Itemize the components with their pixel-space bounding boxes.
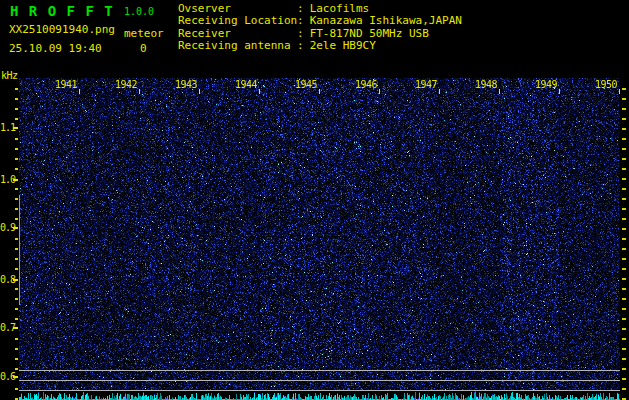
x-tick-label: 1945 — [295, 79, 317, 90]
y-minor-tick — [15, 338, 18, 340]
y-minor-tick — [15, 138, 18, 140]
y-minor-tick-right — [622, 228, 626, 230]
x-tick-mark — [259, 89, 260, 94]
y-minor-tick — [15, 218, 18, 220]
y-minor-tick-right — [622, 298, 626, 300]
info-value: FT-817ND 50MHz USB — [310, 27, 429, 40]
y-tick-label: 0.7 — [0, 322, 14, 333]
y-minor-tick — [15, 168, 18, 170]
observer-info: Ovserver:LacofilmsReceiving Location:Kan… — [178, 3, 462, 53]
x-tick-mark — [439, 89, 440, 94]
meteor-count: 0 — [140, 42, 147, 55]
y-minor-tick — [15, 258, 18, 260]
y-minor-tick-right — [622, 168, 626, 170]
y-minor-tick — [15, 388, 18, 390]
x-tick-label: 1950 — [595, 79, 617, 90]
y-minor-tick-right — [622, 388, 626, 390]
x-tick-mark — [139, 89, 140, 94]
y-minor-tick — [15, 208, 18, 210]
info-separator: : — [297, 40, 304, 52]
y-minor-tick — [15, 88, 18, 90]
frequency-marker-line — [19, 195, 20, 305]
y-minor-tick-right — [622, 348, 626, 350]
y-minor-tick — [15, 288, 18, 290]
x-tick-label: 1941 — [55, 79, 77, 90]
y-minor-tick-right — [622, 288, 626, 290]
info-value: 2ele HB9CY — [310, 39, 376, 52]
y-minor-tick — [15, 308, 18, 310]
y-minor-tick — [15, 298, 18, 300]
reference-line — [19, 370, 620, 371]
x-tick-mark — [559, 89, 560, 94]
x-tick-label: 1943 — [175, 79, 197, 90]
y-tick-label: 0.9 — [0, 222, 14, 233]
y-minor-tick-right — [622, 98, 626, 100]
y-minor-tick — [15, 348, 18, 350]
y-minor-tick-right — [622, 328, 626, 330]
y-minor-tick — [15, 268, 18, 270]
y-tick-label: 0.8 — [0, 274, 14, 285]
y-minor-tick-right — [622, 88, 626, 90]
info-separator: : — [297, 15, 304, 27]
info-label: Receiving Location — [178, 15, 297, 27]
y-minor-tick-right — [622, 128, 626, 130]
y-minor-tick — [15, 198, 18, 200]
x-tick-label: 1946 — [355, 79, 377, 90]
y-minor-tick-right — [622, 268, 626, 270]
y-minor-tick-right — [622, 118, 626, 120]
y-minor-tick-right — [622, 178, 626, 180]
y-tick-mark — [13, 227, 18, 229]
reference-line — [19, 390, 620, 391]
x-tick-mark — [379, 89, 380, 94]
y-minor-tick — [15, 98, 18, 100]
y-minor-tick-right — [622, 338, 626, 340]
y-minor-tick-right — [622, 318, 626, 320]
x-tick-mark — [79, 89, 80, 94]
y-minor-tick — [15, 188, 18, 190]
x-tick-label: 1942 — [115, 79, 137, 90]
y-minor-tick — [15, 248, 18, 250]
info-label: Receiving antenna — [178, 40, 297, 52]
y-minor-tick-right — [622, 198, 626, 200]
y-minor-tick — [15, 238, 18, 240]
observation-datetime: 25.10.09 19:40 — [9, 42, 102, 55]
reference-line — [19, 380, 620, 381]
x-tick-label: 1947 — [415, 79, 437, 90]
info-value: Lacofilms — [310, 2, 370, 15]
y-minor-tick — [15, 118, 18, 120]
y-minor-tick-right — [622, 148, 626, 150]
y-tick-mark — [13, 127, 18, 129]
x-tick-label: 1948 — [475, 79, 497, 90]
app-version: 1.0.0 — [124, 6, 154, 17]
app-title: H R O F F T — [10, 3, 114, 19]
y-tick-label: 1.0 — [0, 174, 14, 185]
x-tick-mark — [499, 89, 500, 94]
y-tick-mark — [13, 327, 18, 329]
y-minor-tick-right — [622, 138, 626, 140]
y-minor-tick-right — [622, 358, 626, 360]
y-minor-tick — [15, 108, 18, 110]
y-minor-tick-right — [622, 248, 626, 250]
y-minor-tick-right — [622, 368, 626, 370]
y-tick-mark — [13, 279, 18, 281]
x-tick-label: 1944 — [235, 79, 257, 90]
y-minor-tick — [15, 368, 18, 370]
output-filename: XX2510091940.png — [9, 23, 115, 36]
mode-label: meteor — [124, 27, 164, 40]
y-minor-tick — [15, 318, 18, 320]
y-axis-unit-label: kHz — [1, 70, 18, 81]
x-tick-mark — [619, 89, 620, 94]
spectrogram-noise-canvas — [19, 78, 620, 391]
y-minor-tick-right — [622, 308, 626, 310]
y-minor-tick — [15, 158, 18, 160]
y-minor-tick-right — [622, 258, 626, 260]
hrofft-screen: H R O F F T 1.0.0 XX2510091940.png meteo… — [0, 0, 629, 400]
y-minor-tick-right — [622, 238, 626, 240]
y-tick-mark — [13, 179, 18, 181]
y-minor-tick — [15, 148, 18, 150]
y-minor-tick-right — [622, 278, 626, 280]
y-minor-tick-right — [622, 208, 626, 210]
y-minor-tick — [15, 358, 18, 360]
y-minor-tick-right — [622, 188, 626, 190]
x-tick-label: 1949 — [535, 79, 557, 90]
